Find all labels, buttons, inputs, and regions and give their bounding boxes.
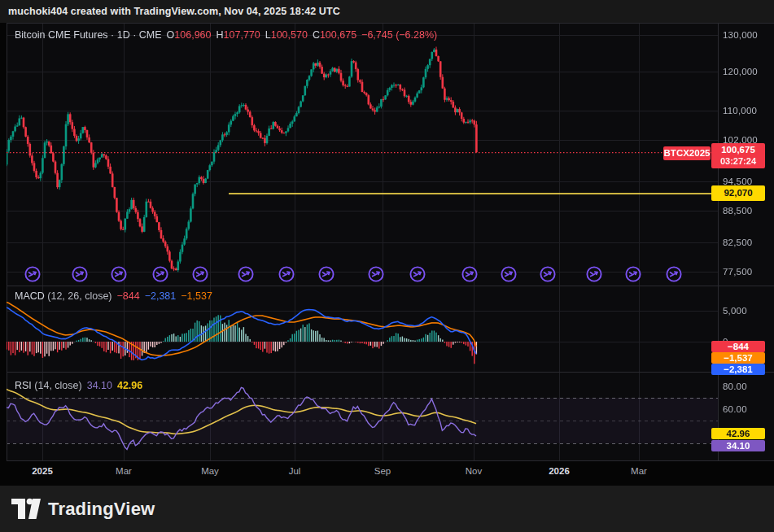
footer-bar: TradingView	[0, 486, 774, 532]
symbol-title: Bitcoin CME Futures · 1D · CME	[15, 29, 162, 41]
rsi-value: 42.96	[117, 380, 142, 391]
rsi-value: 34.10	[87, 380, 112, 391]
rsi-values: 34.1042.96	[82, 380, 143, 391]
contract-switch-icon[interactable]	[191, 265, 209, 283]
macd-values: −844−2,381−1,537	[112, 290, 212, 302]
contract-switch-icon[interactable]	[624, 265, 642, 283]
time-axis-label: Jul	[289, 466, 301, 476]
indicator-value-badge: 34.10	[711, 440, 765, 451]
macd-value: −844	[117, 290, 140, 302]
indicator-value-badge: −1,537	[711, 352, 765, 364]
tradingview-logo-icon[interactable]	[11, 498, 41, 520]
contract-switch-icon[interactable]	[237, 265, 255, 283]
rsi-label: RSI	[15, 380, 32, 391]
rsi-axis-label: 80.00	[723, 382, 747, 391]
time-axis-label: Mar	[116, 466, 132, 476]
contract-switch-icon[interactable]	[278, 265, 295, 283]
price-axis-label: 110,000	[723, 106, 757, 116]
indicator-value-badge: −844	[711, 341, 765, 352]
time-axis-label: Mar	[631, 466, 647, 476]
rsi-legend[interactable]: RSI (14, close)34.1042.96	[15, 380, 142, 391]
price-chart-canvas[interactable]	[7, 23, 774, 461]
change-value: −6,745 (−6.28%)	[361, 29, 437, 41]
price-axis-label: 130,000	[723, 30, 758, 40]
contract-switch-icon[interactable]	[367, 265, 385, 283]
indicator-value-badge: −2,381	[711, 364, 765, 375]
contract-switch-icon[interactable]	[71, 265, 89, 283]
contract-switch-icon[interactable]	[317, 265, 335, 283]
macd-value: −2,381	[145, 290, 177, 302]
ohlc-c: C100,675	[313, 29, 356, 41]
contract-switch-icon[interactable]	[110, 265, 128, 283]
contract-switch-icon[interactable]	[665, 265, 683, 283]
contract-switch-icon[interactable]	[539, 265, 557, 283]
ohlc-h: H107,770	[216, 29, 260, 41]
time-axis-label: 2026	[549, 466, 570, 476]
symbol-legend[interactable]: Bitcoin CME Futures · 1D · CMEO106,960H1…	[15, 29, 437, 41]
contract-switch-icon[interactable]	[585, 265, 603, 283]
ohlc-o: O106,960	[167, 29, 212, 41]
price-axis-label: 88,500	[723, 206, 752, 216]
contract-tag: BTCX2025	[663, 146, 711, 160]
price-axis-label: 120,000	[723, 67, 758, 76]
tradingview-wordmark[interactable]: TradingView	[48, 499, 155, 520]
contract-switch-icon[interactable]	[500, 265, 518, 283]
last-price-badge: 100,675 03:27:24	[711, 143, 765, 168]
macd-label: MACD	[15, 290, 45, 302]
time-axis-label: Sep	[374, 466, 391, 476]
macd-value: −1,537	[181, 290, 212, 302]
tradingview-chart-window: muchoki404 created with TradingView.com,…	[0, 0, 774, 532]
attribution-bar: muchoki404 created with TradingView.com,…	[0, 0, 774, 23]
last-price-value: 100,675	[711, 144, 765, 155]
ohlc-l: L100,570	[265, 29, 308, 41]
rsi-axis-label: 60.00	[723, 404, 747, 414]
macd-axis-label: 5,000	[723, 306, 747, 316]
price-axis-label: 77,500	[723, 267, 752, 277]
rsi-params: (14, close)	[34, 380, 81, 391]
ohlc-values: O106,960H107,770L100,570C100,675−6,745 (…	[162, 29, 438, 41]
macd-legend[interactable]: MACD (12, 26, close)−844−2,381−1,537	[15, 290, 212, 302]
level-price-badge: 92,070	[711, 185, 765, 201]
indicator-value-badge: 42.96	[711, 428, 765, 439]
contract-switch-icon[interactable]	[461, 265, 479, 283]
attribution-text: muchoki404 created with TradingView.com,…	[8, 6, 340, 17]
time-axis-label: May	[201, 466, 219, 476]
contract-switch-icon[interactable]	[151, 265, 169, 283]
contract-switch-icon[interactable]	[409, 265, 426, 283]
contract-switch-icon[interactable]	[24, 265, 42, 283]
time-axis-label: Nov	[466, 466, 482, 476]
time-axis-label: 2025	[32, 466, 53, 476]
bar-countdown: 03:27:24	[711, 155, 765, 167]
macd-params: (12, 26, close)	[47, 290, 112, 302]
price-axis-label: 82,500	[723, 238, 752, 247]
